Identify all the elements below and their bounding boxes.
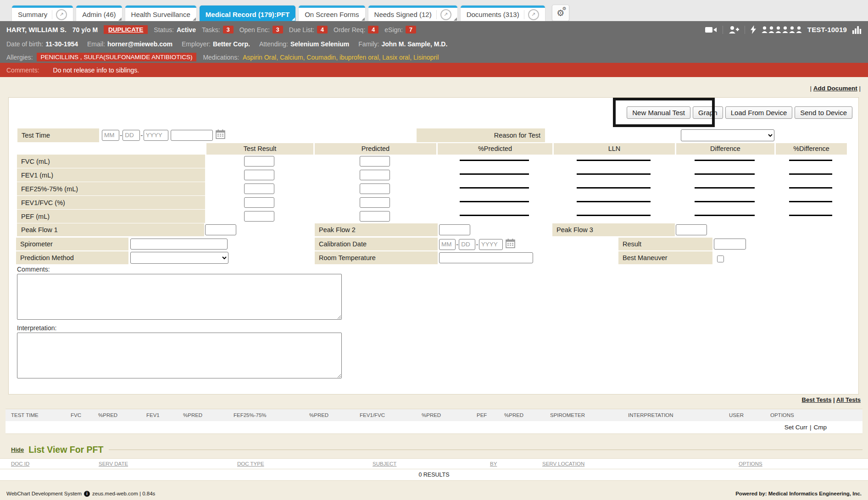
best-maneuver-checkbox[interactable] — [717, 256, 724, 262]
comments-textarea[interactable] — [17, 274, 342, 320]
footer-system-name: WebChart Development System — [6, 491, 82, 496]
result-input[interactable] — [714, 239, 746, 250]
link-separator: | — [810, 424, 812, 431]
predicted-input[interactable] — [360, 156, 390, 167]
test-date-calendar[interactable] — [213, 129, 225, 141]
add-document-link[interactable]: Add Document — [813, 85, 857, 92]
lightning-bolt-icon[interactable] — [751, 25, 756, 34]
medication-link[interactable]: ibuprofen oral — [339, 54, 379, 61]
percent-predicted-blank-line — [460, 187, 529, 189]
patient-allergies-row: Allergies: PENICILLINS , SULFA(SULFONAMI… — [0, 50, 868, 64]
test-result-input[interactable] — [244, 197, 274, 208]
list-view-section: Hide List View For PFT DOC IDSERV DATEDO… — [0, 442, 868, 481]
add-user-icon[interactable] — [729, 26, 739, 34]
test-result-input[interactable] — [244, 183, 274, 194]
prediction-method-row: Prediction Method Room Temperature Best … — [9, 251, 858, 264]
test-result-input[interactable] — [244, 211, 274, 222]
info-icon[interactable]: i — [84, 491, 90, 497]
interpretation-textarea[interactable] — [17, 333, 342, 378]
patient-stat: eSign: 7 — [384, 26, 416, 33]
doc-column-header[interactable]: BY — [490, 461, 542, 467]
calibration-calendar[interactable] — [503, 239, 515, 250]
measure-row-label: PEF (mL) — [17, 210, 205, 223]
predicted-input[interactable] — [360, 183, 390, 194]
settings-gear-button[interactable]: ⚙ ⚙ — [552, 5, 569, 21]
pft-action-button[interactable]: Load From Device — [725, 106, 793, 119]
lln-blank-line — [577, 187, 650, 189]
measure-row-label: FEV1/FVC (%) — [17, 196, 205, 209]
tab[interactable]: Medical Record (179):PFT — [200, 6, 295, 21]
results-column-header: SPIROMETER — [549, 412, 627, 418]
test-day-input[interactable] — [122, 130, 140, 141]
reason-for-test-select[interactable] — [681, 129, 774, 141]
popout-icon[interactable]: ↗ — [56, 9, 67, 20]
active-users-icons[interactable] — [762, 26, 802, 33]
tab[interactable]: Health Surveillance — [125, 6, 196, 21]
doc-column-header[interactable]: SERV DATE — [99, 461, 237, 467]
doc-column-header[interactable]: SERV LOCATION — [542, 461, 739, 467]
peak-flow-3-input[interactable] — [676, 224, 707, 235]
stat-count-badge[interactable]: 4 — [368, 26, 378, 33]
doc-column-header[interactable]: DOC ID — [0, 461, 99, 467]
predicted-input[interactable] — [360, 211, 390, 222]
comments-label: Comments: — [17, 266, 50, 273]
test-month-input[interactable] — [102, 130, 119, 141]
calendar-icon[interactable] — [216, 129, 225, 139]
best-tests-link[interactable]: Best Tests — [802, 396, 832, 403]
pft-action-button[interactable]: Send to Device — [795, 106, 852, 119]
stat-count-badge[interactable]: 4 — [317, 26, 328, 33]
tab[interactable]: Admin (46) — [76, 6, 122, 21]
calibration-year-input[interactable] — [479, 239, 503, 250]
medication-link[interactable]: Aspirin Oral — [243, 54, 276, 61]
tab[interactable]: Summary ↗ — [12, 6, 73, 21]
measure-row-label: FEV1 (mL) — [17, 168, 205, 182]
popout-icon[interactable]: ↗ — [440, 9, 451, 20]
pft-action-button[interactable]: Graph — [693, 106, 723, 119]
patient-stat: Due List: 4 — [289, 26, 328, 33]
prediction-method-select[interactable] — [130, 252, 228, 264]
calibration-month-input[interactable] — [439, 239, 456, 250]
cmp-link[interactable]: Cmp — [813, 424, 827, 431]
calendar-icon[interactable] — [506, 239, 515, 248]
hide-link[interactable]: Hide — [11, 446, 24, 453]
tab[interactable]: On Screen Forms — [299, 6, 365, 21]
stat-count-badge[interactable]: 7 — [406, 26, 416, 33]
calibration-day-input[interactable] — [459, 239, 475, 250]
doc-column-header[interactable]: SUBJECT — [373, 461, 490, 467]
bar-chart-icon[interactable] — [852, 26, 862, 34]
room-temperature-input[interactable] — [439, 252, 533, 263]
predicted-input[interactable] — [360, 170, 390, 180]
stat-count-badge[interactable]: 3 — [223, 26, 234, 33]
set-curr-link[interactable]: Set Curr — [785, 424, 807, 431]
difference-blank-line — [695, 187, 754, 189]
tab[interactable]: Needs Signed (12) ↗ — [368, 6, 457, 21]
doc-column-header[interactable]: DOC TYPE — [237, 461, 373, 467]
peak-flow-2-input[interactable] — [439, 224, 470, 235]
test-result-input[interactable] — [244, 156, 274, 167]
medication-link[interactable]: Calcium — [280, 54, 303, 61]
stat-count-badge[interactable]: 3 — [273, 26, 283, 33]
pft-action-button[interactable]: New Manual Test — [627, 106, 690, 119]
spirometer-row: Spirometer Calibration Date - - Result — [9, 238, 858, 250]
all-tests-link[interactable]: All Tests — [836, 396, 861, 403]
pft-measure-row: FVC (mL) — [17, 155, 847, 168]
tab[interactable]: Documents (313) ↗ — [461, 6, 545, 21]
test-clock-time-input[interactable] — [171, 130, 213, 141]
patient-stat: Status: Active — [154, 26, 196, 33]
medication-link[interactable]: Coumadin — [306, 54, 336, 61]
predicted-input[interactable] — [360, 197, 390, 208]
medication-link[interactable]: Lasix oral — [382, 54, 410, 61]
chart-comments-bar: Comments: Do not release info to sibling… — [0, 63, 868, 77]
medication-link[interactable]: Lisinopril — [413, 54, 439, 61]
duplicate-badge[interactable]: DUPLICATE — [104, 25, 148, 34]
popout-icon[interactable]: ↗ — [528, 9, 539, 20]
allergies-badge[interactable]: PENICILLINS , SULFA(SULFONAMIDE ANTIBIOT… — [37, 53, 197, 61]
spirometer-input[interactable] — [130, 239, 228, 250]
demographic-label: Family: — [358, 40, 379, 48]
test-year-input[interactable] — [144, 130, 168, 141]
test-result-input[interactable] — [244, 170, 274, 180]
doc-column-header[interactable]: OPTIONS — [739, 461, 868, 467]
peak-flow-1-input[interactable] — [205, 224, 236, 235]
pft-grid-rows: FVC (mL) FEV1 (mL) FEF25%-75% (mL) FEV1/… — [17, 155, 847, 223]
video-camera-icon[interactable] — [705, 26, 717, 33]
